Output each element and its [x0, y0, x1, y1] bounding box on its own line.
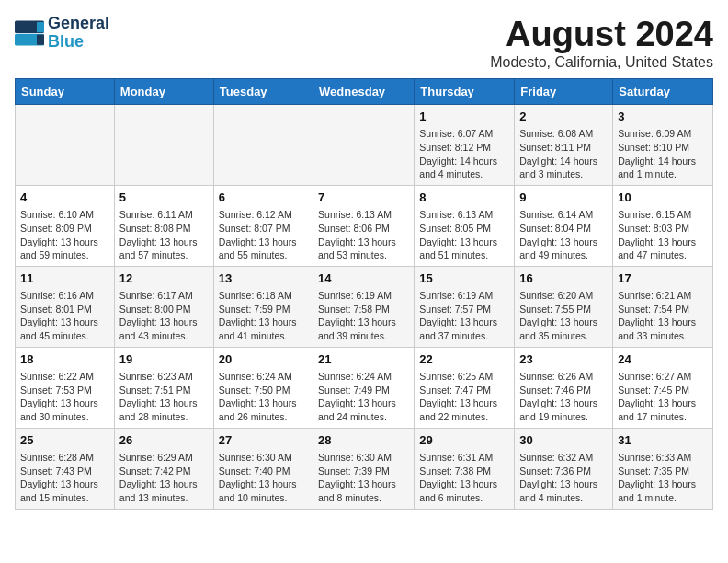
- calendar-subtitle: Modesto, California, United States: [490, 54, 713, 71]
- day-info: Sunrise: 6:26 AM Sunset: 7:46 PM Dayligh…: [519, 370, 608, 424]
- calendar-cell: 21Sunrise: 6:24 AM Sunset: 7:49 PM Dayli…: [313, 347, 415, 428]
- calendar-cell: 28Sunrise: 6:30 AM Sunset: 7:39 PM Dayli…: [313, 428, 415, 509]
- header-cell-sunday: Sunday: [16, 79, 115, 105]
- calendar-cell: [114, 105, 213, 186]
- day-number: 17: [618, 270, 708, 287]
- day-number: 9: [519, 190, 608, 206]
- day-info: Sunrise: 6:09 AM Sunset: 8:10 PM Dayligh…: [618, 127, 708, 181]
- calendar-cell: [16, 105, 115, 186]
- day-info: Sunrise: 6:24 AM Sunset: 7:50 PM Dayligh…: [219, 370, 308, 424]
- week-row-3: 11Sunrise: 6:16 AM Sunset: 8:01 PM Dayli…: [16, 266, 713, 347]
- day-number: 4: [20, 190, 109, 206]
- day-number: 6: [219, 190, 308, 206]
- day-number: 12: [119, 270, 209, 287]
- calendar-cell: 8Sunrise: 6:13 AM Sunset: 8:05 PM Daylig…: [415, 185, 515, 266]
- calendar-cell: 2Sunrise: 6:08 AM Sunset: 8:11 PM Daylig…: [515, 105, 613, 186]
- day-info: Sunrise: 6:29 AM Sunset: 7:42 PM Dayligh…: [119, 451, 209, 505]
- calendar-cell: [313, 105, 415, 186]
- day-info: Sunrise: 6:33 AM Sunset: 7:35 PM Dayligh…: [618, 451, 708, 505]
- day-info: Sunrise: 6:19 AM Sunset: 7:58 PM Dayligh…: [318, 289, 409, 343]
- calendar-cell: 19Sunrise: 6:23 AM Sunset: 7:51 PM Dayli…: [114, 347, 213, 428]
- calendar-cell: [213, 105, 313, 186]
- day-info: Sunrise: 6:17 AM Sunset: 8:00 PM Dayligh…: [119, 289, 209, 343]
- day-number: 8: [419, 190, 509, 206]
- calendar-cell: 15Sunrise: 6:19 AM Sunset: 7:57 PM Dayli…: [415, 266, 515, 347]
- week-row-4: 18Sunrise: 6:22 AM Sunset: 7:53 PM Dayli…: [16, 347, 713, 428]
- day-info: Sunrise: 6:20 AM Sunset: 7:55 PM Dayligh…: [519, 289, 608, 343]
- calendar-cell: 27Sunrise: 6:30 AM Sunset: 7:40 PM Dayli…: [213, 428, 313, 509]
- day-number: 19: [119, 351, 209, 368]
- day-number: 2: [519, 109, 608, 125]
- header-cell-friday: Friday: [515, 79, 613, 105]
- day-info: Sunrise: 6:30 AM Sunset: 7:40 PM Dayligh…: [219, 451, 308, 505]
- day-number: 28: [318, 432, 409, 449]
- calendar-cell: 11Sunrise: 6:16 AM Sunset: 8:01 PM Dayli…: [16, 266, 115, 347]
- calendar-cell: 24Sunrise: 6:27 AM Sunset: 7:45 PM Dayli…: [613, 347, 713, 428]
- calendar-body: 1Sunrise: 6:07 AM Sunset: 8:12 PM Daylig…: [16, 105, 713, 510]
- calendar-cell: 9Sunrise: 6:14 AM Sunset: 8:04 PM Daylig…: [515, 185, 613, 266]
- calendar-cell: 25Sunrise: 6:28 AM Sunset: 7:43 PM Dayli…: [16, 428, 115, 509]
- day-info: Sunrise: 6:23 AM Sunset: 7:51 PM Dayligh…: [119, 370, 209, 424]
- header-row: SundayMondayTuesdayWednesdayThursdayFrid…: [16, 79, 713, 105]
- header-cell-tuesday: Tuesday: [213, 79, 313, 105]
- svg-marker-2: [37, 22, 44, 32]
- week-row-5: 25Sunrise: 6:28 AM Sunset: 7:43 PM Dayli…: [16, 428, 713, 509]
- day-info: Sunrise: 6:32 AM Sunset: 7:36 PM Dayligh…: [519, 451, 608, 505]
- header-cell-thursday: Thursday: [415, 79, 515, 105]
- calendar-cell: 29Sunrise: 6:31 AM Sunset: 7:38 PM Dayli…: [415, 428, 515, 509]
- day-number: 3: [618, 109, 708, 125]
- calendar-header: SundayMondayTuesdayWednesdayThursdayFrid…: [16, 79, 713, 105]
- day-info: Sunrise: 6:10 AM Sunset: 8:09 PM Dayligh…: [20, 208, 109, 262]
- calendar-cell: 3Sunrise: 6:09 AM Sunset: 8:10 PM Daylig…: [613, 105, 713, 186]
- day-info: Sunrise: 6:07 AM Sunset: 8:12 PM Dayligh…: [419, 127, 509, 181]
- day-info: Sunrise: 6:25 AM Sunset: 7:47 PM Dayligh…: [419, 370, 509, 424]
- day-info: Sunrise: 6:19 AM Sunset: 7:57 PM Dayligh…: [419, 289, 509, 343]
- svg-marker-3: [37, 34, 44, 44]
- day-number: 31: [618, 432, 708, 449]
- calendar-cell: 20Sunrise: 6:24 AM Sunset: 7:50 PM Dayli…: [213, 347, 313, 428]
- calendar-title: August 2024: [490, 15, 713, 54]
- day-info: Sunrise: 6:27 AM Sunset: 7:45 PM Dayligh…: [618, 370, 708, 424]
- title-area: August 2024 Modesto, California, United …: [490, 15, 713, 71]
- day-number: 30: [519, 432, 608, 449]
- logo-text: General Blue: [48, 15, 109, 52]
- calendar-cell: 26Sunrise: 6:29 AM Sunset: 7:42 PM Dayli…: [114, 428, 213, 509]
- day-info: Sunrise: 6:28 AM Sunset: 7:43 PM Dayligh…: [20, 451, 109, 505]
- header-cell-wednesday: Wednesday: [313, 79, 415, 105]
- day-info: Sunrise: 6:12 AM Sunset: 8:07 PM Dayligh…: [219, 208, 308, 262]
- day-info: Sunrise: 6:15 AM Sunset: 8:03 PM Dayligh…: [618, 208, 708, 262]
- calendar-cell: 18Sunrise: 6:22 AM Sunset: 7:53 PM Dayli…: [16, 347, 115, 428]
- day-info: Sunrise: 6:13 AM Sunset: 8:05 PM Dayligh…: [419, 208, 509, 262]
- calendar-cell: 7Sunrise: 6:13 AM Sunset: 8:06 PM Daylig…: [313, 185, 415, 266]
- calendar-cell: 30Sunrise: 6:32 AM Sunset: 7:36 PM Dayli…: [515, 428, 613, 509]
- calendar-cell: 1Sunrise: 6:07 AM Sunset: 8:12 PM Daylig…: [415, 105, 515, 186]
- calendar-cell: 4Sunrise: 6:10 AM Sunset: 8:09 PM Daylig…: [16, 185, 115, 266]
- day-info: Sunrise: 6:18 AM Sunset: 7:59 PM Dayligh…: [219, 289, 308, 343]
- week-row-1: 1Sunrise: 6:07 AM Sunset: 8:12 PM Daylig…: [16, 105, 713, 186]
- week-row-2: 4Sunrise: 6:10 AM Sunset: 8:09 PM Daylig…: [16, 185, 713, 266]
- day-number: 21: [318, 351, 409, 368]
- day-info: Sunrise: 6:08 AM Sunset: 8:11 PM Dayligh…: [519, 127, 608, 181]
- day-number: 18: [20, 351, 109, 368]
- day-info: Sunrise: 6:22 AM Sunset: 7:53 PM Dayligh…: [20, 370, 109, 424]
- calendar-cell: 14Sunrise: 6:19 AM Sunset: 7:58 PM Dayli…: [313, 266, 415, 347]
- day-number: 5: [119, 190, 209, 206]
- calendar-cell: 6Sunrise: 6:12 AM Sunset: 8:07 PM Daylig…: [213, 185, 313, 266]
- day-number: 23: [519, 351, 608, 368]
- day-info: Sunrise: 6:13 AM Sunset: 8:06 PM Dayligh…: [318, 208, 409, 262]
- day-info: Sunrise: 6:16 AM Sunset: 8:01 PM Dayligh…: [20, 289, 109, 343]
- day-number: 11: [20, 270, 109, 287]
- day-number: 29: [419, 432, 509, 449]
- day-number: 27: [219, 432, 308, 449]
- calendar-cell: 13Sunrise: 6:18 AM Sunset: 7:59 PM Dayli…: [213, 266, 313, 347]
- day-number: 22: [419, 351, 509, 368]
- calendar-cell: 23Sunrise: 6:26 AM Sunset: 7:46 PM Dayli…: [515, 347, 613, 428]
- calendar-table: SundayMondayTuesdayWednesdayThursdayFrid…: [15, 78, 713, 510]
- calendar-cell: 10Sunrise: 6:15 AM Sunset: 8:03 PM Dayli…: [613, 185, 713, 266]
- day-number: 24: [618, 351, 708, 368]
- day-number: 13: [219, 270, 308, 287]
- calendar-cell: 22Sunrise: 6:25 AM Sunset: 7:47 PM Dayli…: [415, 347, 515, 428]
- calendar-cell: 5Sunrise: 6:11 AM Sunset: 8:08 PM Daylig…: [114, 185, 213, 266]
- page-header: General Blue August 2024 Modesto, Califo…: [15, 15, 713, 71]
- day-info: Sunrise: 6:30 AM Sunset: 7:39 PM Dayligh…: [318, 451, 409, 505]
